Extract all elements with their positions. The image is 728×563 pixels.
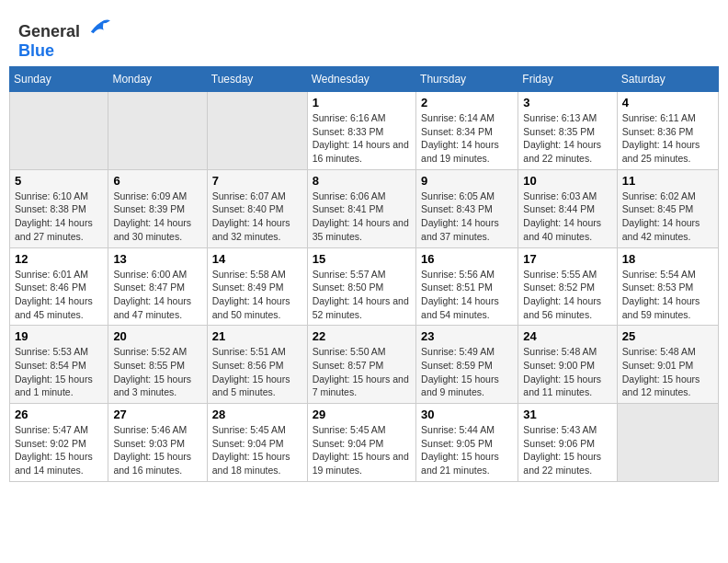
day-number: 29 (313, 408, 411, 421)
day-number: 25 (622, 329, 713, 343)
calendar-day-cell: 17Sunrise: 5:55 AMSunset: 8:52 PMDayligh… (518, 247, 617, 326)
day-info: Sunrise: 5:57 AMSunset: 8:50 PMDaylight:… (313, 268, 411, 322)
day-number: 14 (212, 252, 302, 266)
logo: General Blue (18, 17, 112, 61)
calendar-day-cell: 28Sunrise: 5:45 AMSunset: 9:04 PMDayligh… (207, 404, 307, 482)
day-info: Sunrise: 5:54 AMSunset: 8:53 PMDaylight:… (622, 268, 713, 322)
day-number: 22 (313, 329, 411, 343)
calendar-week-row: 26Sunrise: 5:47 AMSunset: 9:02 PMDayligh… (10, 404, 719, 482)
calendar-day-cell: 23Sunrise: 5:49 AMSunset: 8:59 PMDayligh… (416, 326, 518, 404)
logo-blue-text: Blue (18, 41, 54, 60)
day-number: 30 (421, 408, 513, 421)
calendar-week-row: 1Sunrise: 6:16 AMSunset: 8:33 PMDaylight… (10, 92, 719, 170)
day-number: 16 (421, 252, 513, 266)
calendar-day-cell: 8Sunrise: 6:06 AMSunset: 8:41 PMDaylight… (307, 169, 415, 247)
weekday-header-cell: Thursday (416, 67, 518, 92)
calendar-day-cell: 13Sunrise: 6:00 AMSunset: 8:47 PMDayligh… (108, 247, 207, 326)
calendar-day-cell: 14Sunrise: 5:58 AMSunset: 8:49 PMDayligh… (207, 247, 307, 326)
day-info: Sunrise: 6:03 AMSunset: 8:44 PMDaylight:… (523, 190, 611, 244)
calendar-day-cell: 10Sunrise: 6:03 AMSunset: 8:44 PMDayligh… (518, 169, 617, 247)
day-number: 12 (15, 252, 103, 266)
day-info: Sunrise: 5:43 AMSunset: 9:06 PMDaylight:… (523, 423, 611, 477)
day-info: Sunrise: 6:11 AMSunset: 8:36 PMDaylight:… (622, 111, 713, 166)
day-info: Sunrise: 6:02 AMSunset: 8:45 PMDaylight:… (622, 190, 713, 244)
calendar-day-cell: 11Sunrise: 6:02 AMSunset: 8:45 PMDayligh… (617, 169, 718, 247)
day-info: Sunrise: 5:47 AMSunset: 9:02 PMDaylight:… (15, 423, 103, 477)
calendar-week-row: 5Sunrise: 6:10 AMSunset: 8:38 PMDaylight… (10, 169, 719, 247)
calendar-day-cell: 4Sunrise: 6:11 AMSunset: 8:36 PMDaylight… (617, 92, 718, 170)
day-number: 24 (523, 329, 611, 343)
day-number: 13 (113, 252, 201, 266)
weekday-header-row: SundayMondayTuesdayWednesdayThursdayFrid… (10, 67, 719, 92)
day-info: Sunrise: 5:58 AMSunset: 8:49 PMDaylight:… (212, 268, 302, 322)
day-info: Sunrise: 5:53 AMSunset: 8:54 PMDaylight:… (15, 345, 103, 399)
day-info: Sunrise: 6:07 AMSunset: 8:40 PMDaylight:… (212, 190, 302, 244)
day-info: Sunrise: 6:09 AMSunset: 8:39 PMDaylight:… (113, 190, 201, 244)
calendar-body: 1Sunrise: 6:16 AMSunset: 8:33 PMDaylight… (10, 92, 719, 482)
day-info: Sunrise: 5:45 AMSunset: 9:04 PMDaylight:… (212, 423, 302, 477)
day-number: 11 (622, 174, 713, 188)
weekday-header-cell: Monday (108, 67, 207, 92)
calendar-week-row: 19Sunrise: 5:53 AMSunset: 8:54 PMDayligh… (10, 326, 719, 404)
day-number: 28 (212, 408, 302, 421)
calendar-day-cell (207, 92, 307, 170)
calendar-day-cell: 6Sunrise: 6:09 AMSunset: 8:39 PMDaylight… (108, 169, 207, 247)
day-info: Sunrise: 6:05 AMSunset: 8:43 PMDaylight:… (421, 190, 513, 244)
weekday-header-cell: Tuesday (207, 67, 307, 92)
day-info: Sunrise: 6:01 AMSunset: 8:46 PMDaylight:… (15, 268, 103, 322)
calendar-day-cell: 3Sunrise: 6:13 AMSunset: 8:35 PMDaylight… (518, 92, 617, 170)
day-info: Sunrise: 5:46 AMSunset: 9:03 PMDaylight:… (113, 423, 201, 477)
day-info: Sunrise: 5:51 AMSunset: 8:56 PMDaylight:… (212, 345, 302, 399)
day-info: Sunrise: 5:50 AMSunset: 8:57 PMDaylight:… (313, 345, 411, 399)
calendar-day-cell: 26Sunrise: 5:47 AMSunset: 9:02 PMDayligh… (10, 404, 108, 482)
calendar-day-cell: 21Sunrise: 5:51 AMSunset: 8:56 PMDayligh… (207, 326, 307, 404)
day-number: 18 (622, 252, 713, 266)
calendar-day-cell: 29Sunrise: 5:45 AMSunset: 9:04 PMDayligh… (307, 404, 415, 482)
day-info: Sunrise: 5:55 AMSunset: 8:52 PMDaylight:… (523, 268, 611, 322)
weekday-header-cell: Friday (518, 67, 617, 92)
day-info: Sunrise: 6:14 AMSunset: 8:34 PMDaylight:… (421, 111, 513, 166)
calendar-day-cell: 1Sunrise: 6:16 AMSunset: 8:33 PMDaylight… (307, 92, 415, 170)
logo-wordmark: General Blue (18, 17, 112, 61)
calendar-day-cell: 19Sunrise: 5:53 AMSunset: 8:54 PMDayligh… (10, 326, 108, 404)
day-number: 21 (212, 329, 302, 343)
day-number: 27 (113, 408, 201, 421)
calendar-day-cell: 9Sunrise: 6:05 AMSunset: 8:43 PMDaylight… (416, 169, 518, 247)
day-number: 10 (523, 174, 611, 188)
calendar-day-cell (108, 92, 207, 170)
calendar-day-cell: 5Sunrise: 6:10 AMSunset: 8:38 PMDaylight… (10, 169, 108, 247)
day-number: 2 (421, 96, 513, 109)
day-info: Sunrise: 6:00 AMSunset: 8:47 PMDaylight:… (113, 268, 201, 322)
calendar-week-row: 12Sunrise: 6:01 AMSunset: 8:46 PMDayligh… (10, 247, 719, 326)
calendar-table: SundayMondayTuesdayWednesdayThursdayFrid… (9, 66, 719, 482)
weekday-header-cell: Sunday (10, 67, 108, 92)
weekday-header-cell: Saturday (617, 67, 718, 92)
day-info: Sunrise: 6:13 AMSunset: 8:35 PMDaylight:… (523, 111, 611, 166)
day-info: Sunrise: 6:06 AMSunset: 8:41 PMDaylight:… (313, 190, 411, 244)
calendar-day-cell: 22Sunrise: 5:50 AMSunset: 8:57 PMDayligh… (307, 326, 415, 404)
day-number: 9 (421, 174, 513, 188)
day-number: 15 (313, 252, 411, 266)
day-info: Sunrise: 5:48 AMSunset: 9:00 PMDaylight:… (523, 345, 611, 399)
day-info: Sunrise: 5:48 AMSunset: 9:01 PMDaylight:… (622, 345, 713, 399)
logo-general-text: General (18, 22, 80, 40)
day-number: 31 (523, 408, 611, 421)
calendar-day-cell: 31Sunrise: 5:43 AMSunset: 9:06 PMDayligh… (518, 404, 617, 482)
day-number: 20 (113, 329, 201, 343)
calendar-day-cell: 15Sunrise: 5:57 AMSunset: 8:50 PMDayligh… (307, 247, 415, 326)
calendar-day-cell: 2Sunrise: 6:14 AMSunset: 8:34 PMDaylight… (416, 92, 518, 170)
calendar-day-cell: 16Sunrise: 5:56 AMSunset: 8:51 PMDayligh… (416, 247, 518, 326)
day-number: 17 (523, 252, 611, 266)
day-number: 8 (313, 174, 411, 188)
calendar-header: General Blue (9, 9, 719, 66)
calendar-day-cell: 20Sunrise: 5:52 AMSunset: 8:55 PMDayligh… (108, 326, 207, 404)
day-number: 6 (113, 174, 201, 188)
calendar-day-cell: 27Sunrise: 5:46 AMSunset: 9:03 PMDayligh… (108, 404, 207, 482)
day-number: 1 (313, 96, 411, 109)
day-number: 4 (622, 96, 713, 109)
calendar-day-cell: 25Sunrise: 5:48 AMSunset: 9:01 PMDayligh… (617, 326, 718, 404)
calendar-day-cell: 7Sunrise: 6:07 AMSunset: 8:40 PMDaylight… (207, 169, 307, 247)
day-info: Sunrise: 5:49 AMSunset: 8:59 PMDaylight:… (421, 345, 513, 399)
calendar-day-cell: 24Sunrise: 5:48 AMSunset: 9:00 PMDayligh… (518, 326, 617, 404)
calendar-day-cell: 18Sunrise: 5:54 AMSunset: 8:53 PMDayligh… (617, 247, 718, 326)
